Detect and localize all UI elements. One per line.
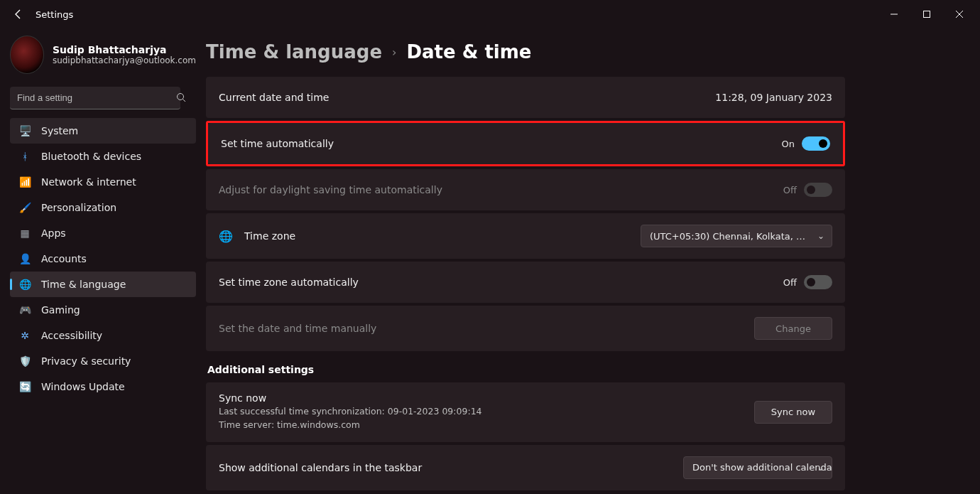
titlebar: Settings [0,0,980,28]
minimize-icon [891,11,898,18]
sidebar-item-apps[interactable]: ▦Apps [10,220,196,246]
breadcrumb-parent[interactable]: Time & language [206,41,382,63]
chevron-right-icon: › [392,45,396,59]
set-time-auto-toggle[interactable] [802,136,830,151]
profile-name: Sudip Bhattacharjya [53,44,196,55]
timezone-value: (UTC+05:30) Chennai, Kolkata, Mumbai, Ne… [650,231,810,242]
svg-line-5 [183,100,186,102]
search-wrap [10,87,196,109]
additional-calendars-select[interactable]: Don't show additional calendars ⌄ [683,456,832,479]
network-icon: 📶 [18,176,31,188]
sidebar-item-gaming[interactable]: 🎮Gaming [10,297,196,323]
profile-email: sudipbhattacharjya@outlook.com [53,55,196,65]
timezone-select[interactable]: (UTC+05:30) Chennai, Kolkata, Mumbai, Ne… [641,225,832,247]
sidebar-item-time[interactable]: 🌐Time & language [10,272,196,297]
sync-now-button[interactable]: Sync now [754,401,832,424]
sidebar-item-label: Privacy & security [41,355,131,367]
chevron-down-icon: ⌄ [817,231,824,241]
back-button[interactable] [4,9,33,20]
search-input[interactable] [10,87,180,109]
sidebar-item-network[interactable]: 📶Network & internet [10,169,196,195]
additional-calendars-value: Don't show additional calendars [692,462,832,473]
additional-calendars-label: Show additional calendars in the taskbar [219,462,422,473]
row-additional-calendars: Show additional calendars in the taskbar… [206,445,845,490]
manual-label: Set the date and time manually [219,323,376,334]
breadcrumb-current: Date & time [406,41,531,63]
set-tz-auto-state: Off [783,277,797,288]
sidebar-item-accessibility[interactable]: ✲Accessibility [10,323,196,348]
window-controls [878,4,976,25]
sidebar-item-label: Bluetooth & devices [41,151,141,162]
close-icon [956,11,963,18]
timezone-label: Time zone [244,230,295,242]
row-sync-now: Sync now Last successful time synchroniz… [206,382,845,442]
sidebar-item-label: Network & internet [41,176,136,188]
chevron-down-icon: ⌄ [817,463,824,473]
row-current-datetime: Current date and time 11:28, 09 January … [206,77,845,118]
svg-rect-1 [924,11,930,18]
set-time-auto-state: On [782,139,795,149]
system-icon: 🖥️ [18,125,31,136]
profile-block[interactable]: Sudip Bhattacharjya sudipbhattacharjya@o… [10,36,196,74]
sidebar-item-personalization[interactable]: 🖌️Personalization [10,195,196,220]
bluetooth-icon: ᚼ [18,151,31,162]
sync-server: Time server: time.windows.com [219,419,482,432]
sidebar-item-label: Apps [41,227,66,239]
set-tz-auto-label: Set time zone automatically [219,276,359,288]
sidebar-item-bluetooth[interactable]: ᚼBluetooth & devices [10,144,196,169]
globe-clock-icon: 🌐 [219,229,233,243]
minimize-button[interactable] [878,4,910,25]
sidebar-item-label: Personalization [41,202,116,213]
maximize-icon [923,11,930,18]
row-timezone: 🌐 Time zone (UTC+05:30) Chennai, Kolkata… [206,213,845,259]
apps-icon: ▦ [18,227,31,239]
row-manual: Set the date and time manually Change [206,306,845,351]
row-dst: Adjust for daylight saving time automati… [206,169,845,210]
accounts-icon: 👤 [18,253,31,264]
dst-state: Off [783,185,797,195]
search-icon [176,92,186,104]
row-set-tz-auto[interactable]: Set time zone automatically Off [206,262,845,303]
app-title: Settings [36,9,73,20]
dst-label: Adjust for daylight saving time automati… [219,184,442,195]
current-datetime-value: 11:28, 09 January 2023 [715,92,832,103]
sidebar: Sudip Bhattacharjya sudipbhattacharjya@o… [0,28,206,494]
sidebar-item-label: Accounts [41,253,87,264]
accessibility-icon: ✲ [18,330,31,341]
sidebar-item-label: Time & language [41,279,126,290]
row-set-time-auto[interactable]: Set time automatically On [208,123,843,164]
sidebar-item-system[interactable]: 🖥️System [10,118,196,144]
sidebar-item-privacy[interactable]: 🛡️Privacy & security [10,348,196,374]
dst-toggle [804,183,832,197]
sidebar-item-label: System [41,125,78,136]
sync-title: Sync now [219,392,482,404]
close-button[interactable] [943,4,976,25]
privacy-icon: 🛡️ [18,355,31,367]
set-time-auto-label: Set time automatically [221,138,334,149]
breadcrumb: Time & language › Date & time [206,36,845,77]
time-icon: 🌐 [18,279,31,290]
sidebar-item-label: Gaming [41,304,80,316]
maximize-button[interactable] [910,4,943,25]
avatar [10,36,44,74]
additional-settings-title: Additional settings [207,364,845,375]
gaming-icon: 🎮 [18,304,31,316]
set-tz-auto-toggle[interactable] [804,275,832,289]
sidebar-item-update[interactable]: 🔄Windows Update [10,374,196,399]
current-datetime-label: Current date and time [219,92,329,103]
arrow-left-icon [13,9,24,20]
highlight-box: Set time automatically On [206,121,845,166]
update-icon: 🔄 [18,381,31,392]
svg-point-4 [178,94,184,100]
change-button: Change [754,317,832,340]
main-content: Time & language › Date & time Current da… [206,28,980,494]
sidebar-item-accounts[interactable]: 👤Accounts [10,246,196,272]
sync-last: Last successful time synchronization: 09… [219,405,482,419]
sidebar-item-label: Windows Update [41,381,125,392]
nav-list: 🖥️SystemᚼBluetooth & devices📶Network & i… [10,118,196,399]
personalization-icon: 🖌️ [18,202,31,213]
sidebar-item-label: Accessibility [41,330,102,341]
